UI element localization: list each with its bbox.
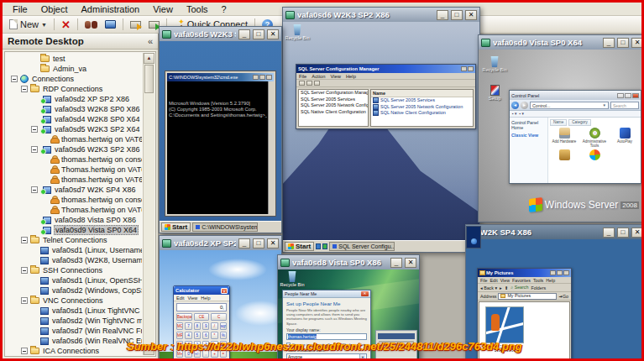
start-button[interactable]: Start bbox=[285, 242, 314, 251]
control-panel-titlebar[interactable]: Control Panel bbox=[510, 91, 641, 100]
tree-collapse-icon[interactable] bbox=[31, 126, 38, 133]
dialog-titlebar[interactable]: People Near Me ✕ bbox=[283, 290, 370, 298]
menu-item[interactable]: File bbox=[299, 74, 306, 79]
find-button[interactable] bbox=[82, 20, 100, 29]
tree-item[interactable]: thomas.hertwig on VAT61 bbox=[7, 175, 142, 185]
menu-item[interactable]: Object bbox=[34, 3, 75, 15]
maximize-button[interactable] bbox=[557, 270, 563, 275]
tree-collapse-icon[interactable] bbox=[21, 297, 28, 304]
up-button[interactable]: ⬆ bbox=[505, 285, 508, 290]
tree-item[interactable]: vafa0sd5 W2K3 SP2 X64 bbox=[7, 124, 142, 134]
close-button[interactable] bbox=[266, 75, 272, 80]
window-titlebar[interactable]: vafa0sd6 W2K3 SP2 X86 _ □ ✕ bbox=[283, 8, 479, 22]
control-panel-item[interactable]: AutoPlay bbox=[610, 128, 639, 148]
tree-item[interactable]: Thomas.hertwig on VAT61 bbox=[7, 165, 142, 175]
window-titlebar[interactable]: vafa0sd2 XP SP2 X86 _ □ ✕ bbox=[160, 236, 281, 250]
sql-tree-item[interactable]: SQL Native Client Configuration bbox=[299, 109, 368, 116]
back-button[interactable]: ◂ Back ▾ bbox=[480, 285, 497, 290]
tree-collapse-icon[interactable] bbox=[31, 146, 38, 153]
minimize-button[interactable]: _ bbox=[437, 10, 448, 20]
recycle-bin-desktop-icon[interactable]: Recycle Bin bbox=[285, 24, 310, 40]
menu-item[interactable]: Favorites bbox=[512, 278, 531, 283]
menu-item[interactable]: Edit bbox=[490, 278, 498, 283]
chevron-down-icon[interactable]: ▼ bbox=[41, 22, 47, 28]
refresh-icon[interactable] bbox=[314, 81, 320, 86]
tree-item[interactable]: vafa0sd2 XP SP2 X86 bbox=[7, 94, 142, 104]
close-button[interactable]: ✕ bbox=[631, 38, 643, 48]
tree-item[interactable]: VNC Connections bbox=[7, 296, 142, 306]
sql-list-item[interactable]: SQL Server 2005 Services bbox=[371, 97, 473, 104]
go-button[interactable]: ➔Go bbox=[558, 294, 568, 299]
tree-collapse-icon[interactable] bbox=[21, 86, 28, 92]
scroll-up-icon[interactable]: ▲ bbox=[144, 53, 154, 64]
new-button[interactable]: New ▼ bbox=[7, 18, 50, 30]
close-button[interactable]: ✕ bbox=[405, 258, 416, 268]
close-button[interactable]: ✕ bbox=[631, 228, 643, 238]
tree-collapse-icon[interactable] bbox=[21, 348, 28, 354]
calc-key[interactable]: = bbox=[220, 350, 227, 358]
calc-key[interactable]: 1/x bbox=[220, 341, 227, 348]
calc-key[interactable]: % bbox=[220, 332, 227, 339]
maximize-button[interactable] bbox=[625, 93, 631, 98]
minimize-button[interactable] bbox=[461, 66, 467, 71]
connect-button[interactable] bbox=[128, 20, 144, 29]
tree-item[interactable]: thomas.hertwig on VAT61 bbox=[7, 134, 142, 144]
recycle-bin-desktop-icon[interactable]: Recycle Bin bbox=[482, 56, 507, 72]
forward-icon[interactable] bbox=[306, 81, 312, 86]
cmd-scrollbar[interactable] bbox=[268, 81, 274, 214]
scrollbar-thumb[interactable] bbox=[144, 65, 154, 93]
menu-item[interactable]: File bbox=[480, 278, 488, 283]
delete-button[interactable]: ✕ bbox=[59, 18, 73, 31]
cmd-titlebar[interactable]: C:\WINDOWS\system32\cmd.exe bbox=[167, 73, 274, 81]
tree-item[interactable]: Thomas.hertwig on VAT61 bbox=[7, 205, 142, 215]
tree-item[interactable]: vafa0sd2 (Windows, CopSSH, bbox=[7, 285, 142, 296]
tree-scrollbar[interactable]: ▲ ▼ bbox=[143, 53, 154, 355]
menu-item[interactable]: Action bbox=[312, 74, 325, 79]
tree-item[interactable]: vafa0sd2 (Win TightVNC mit VN bbox=[7, 316, 142, 326]
control-panel-item[interactable]: Administrative Tools bbox=[580, 128, 609, 148]
collapse-panel-button[interactable]: « bbox=[148, 36, 153, 46]
start-button[interactable]: Start bbox=[161, 222, 191, 232]
calc-key[interactable]: 6 bbox=[202, 332, 209, 339]
tree-item[interactable]: vafa0sd8 Vista SP0 X86 bbox=[7, 215, 142, 225]
tree-item[interactable]: ICA Connections bbox=[7, 346, 142, 354]
close-button[interactable] bbox=[468, 66, 474, 71]
chevron-down-icon[interactable]: ▼ bbox=[603, 102, 606, 108]
calc-key[interactable]: sqrt bbox=[220, 322, 227, 330]
calc-key[interactable]: 0 bbox=[185, 350, 191, 358]
my-pictures-titlebar[interactable]: My Pictures bbox=[478, 269, 571, 277]
tree-item[interactable]: SSH Connections bbox=[7, 265, 142, 275]
menu-item[interactable]: View bbox=[187, 296, 197, 301]
close-button[interactable]: ✕ bbox=[267, 238, 279, 249]
sql-list-item[interactable]: SQL Server 2005 Network Configuration bbox=[371, 104, 473, 111]
minimize-button[interactable]: _ bbox=[390, 258, 402, 268]
menu-item[interactable]: View bbox=[500, 278, 510, 283]
recycle-bin-desktop-icon[interactable]: Recycle Bin bbox=[280, 271, 305, 287]
menu-item[interactable]: View bbox=[330, 74, 340, 79]
sql-window-titlebar[interactable]: SQL Server Configuration Manager bbox=[296, 65, 475, 73]
column-header-name[interactable]: Name bbox=[371, 90, 473, 97]
calc-key[interactable]: Backspace bbox=[176, 313, 192, 321]
window-titlebar[interactable]: vafa0sd9 Vista SP0 X64 _ □ ✕ bbox=[479, 35, 644, 50]
calc-key[interactable]: MS bbox=[176, 341, 183, 348]
scrollbar-track[interactable] bbox=[144, 94, 154, 344]
calc-key[interactable]: 8 bbox=[194, 322, 201, 330]
organize-button[interactable]: ▪ ▾ bbox=[512, 112, 516, 116]
sign-in-checkbox-row[interactable]: Sign me in automatically when Windows st… bbox=[286, 343, 367, 347]
menu-item[interactable]: Edit bbox=[176, 296, 184, 301]
calc-key[interactable]: 1 bbox=[185, 341, 191, 348]
taskbar-task-button[interactable]: C:\WINDOWS\system... bbox=[192, 222, 258, 232]
calc-key[interactable]: / bbox=[211, 322, 217, 330]
tree-item[interactable]: vafa0sd7 W2K SP4 X86 bbox=[7, 185, 142, 195]
sidebar-link-classic-view[interactable]: Classic View bbox=[511, 133, 546, 138]
menu-item[interactable]: File bbox=[6, 3, 34, 15]
calc-key[interactable]: - bbox=[211, 341, 217, 348]
calc-key[interactable]: 7 bbox=[185, 322, 191, 330]
scroll-down-icon[interactable]: ▼ bbox=[144, 344, 154, 355]
calc-key[interactable]: , bbox=[202, 350, 209, 358]
properties-button[interactable] bbox=[102, 19, 118, 29]
minimize-button[interactable] bbox=[550, 270, 556, 275]
search-button[interactable]: ⌕ Search bbox=[510, 285, 528, 290]
menu-item[interactable]: Help bbox=[546, 278, 555, 283]
calc-key[interactable]: MC bbox=[176, 322, 183, 330]
